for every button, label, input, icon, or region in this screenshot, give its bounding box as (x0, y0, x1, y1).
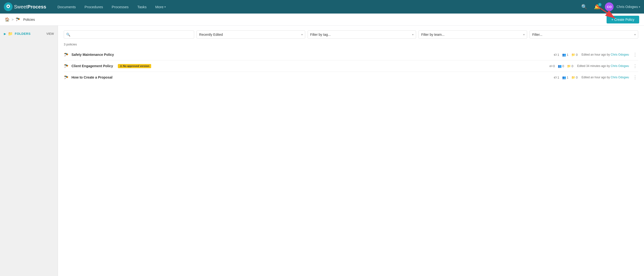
policies-list: 🪂 Safety Maintenance Policy 🏷 1 👥 1 (64, 49, 638, 83)
folder-stat-icon: 📁 (567, 64, 571, 68)
tag-icon: 🏷 (554, 76, 557, 79)
policy-edit-info: Edited 34 minutes ago by Chris Odogwu (577, 64, 629, 68)
filter-wrap: Filter... ▾ (530, 31, 638, 39)
policies-breadcrumb-icon: 🪂 (16, 17, 20, 22)
policy-icon: 🪂 (64, 75, 68, 80)
filters-bar: 🔍 Recently Edited Alphabetical Recently … (64, 31, 638, 39)
policy-options-button[interactable]: ⋮ (632, 75, 638, 80)
breadcrumb-current-page: Policies (23, 18, 35, 22)
brand-icon (4, 3, 12, 11)
policy-stats: 🏷 1 👥 1 📁 0 (554, 76, 578, 79)
folders-stat: 📁 0 (571, 53, 578, 57)
table-row: 🪂 Safety Maintenance Policy 🏷 1 👥 1 (64, 49, 638, 60)
nav-tasks[interactable]: Tasks (133, 0, 151, 14)
members-icon: 👥 (558, 64, 562, 68)
folder-stat-icon: 📁 (571, 76, 575, 79)
members-stat: 👥 0 (558, 64, 564, 68)
nav-right-area: 🔍 🔔 1 CO Chris Odogwu ▾ (579, 3, 640, 11)
edit-user-link[interactable]: Chris Odogwu (611, 53, 629, 56)
policy-meta: 🏷 1 👥 1 📁 0 Edited an hour a (554, 53, 629, 57)
tag-filter-wrap: Filter by tag... ▾ (308, 31, 416, 39)
tag-icon: 🏷 (549, 64, 552, 68)
avatar[interactable]: CO (605, 3, 614, 11)
sidebar-folders[interactable]: ▶ 📁 FOLDERS VIEW (0, 30, 58, 38)
nav-more[interactable]: More ▾ (151, 0, 170, 14)
policy-edit-info: Edited an hour ago by Chris Odogwu (582, 53, 629, 56)
search-wrap: 🔍 (64, 31, 194, 39)
user-chevron-icon: ▾ (639, 6, 640, 8)
search-button[interactable]: 🔍 (579, 3, 589, 11)
policy-options-button[interactable]: ⋮ (632, 52, 638, 57)
policy-name[interactable]: Client Engagement Policy (72, 64, 113, 68)
folders-label: FOLDERS (15, 32, 44, 36)
table-row: 🪂 Client Engagement Policy ⚠ No approved… (64, 60, 638, 72)
no-approved-badge: ⚠ No approved version (118, 64, 151, 68)
tag-icon: 🏷 (554, 53, 557, 57)
notification-badge: 1 (598, 3, 602, 6)
team-filter-select[interactable]: Filter by team... (418, 31, 527, 39)
folders-stat: 📁 0 (571, 76, 578, 79)
policy-meta: 🏷 1 👥 1 📁 0 Edited an hour a (554, 76, 629, 79)
brand-logo-area[interactable]: SweetProcess (4, 3, 47, 11)
policy-meta: 🏷 0 👥 0 📁 0 Edited 34 minute (549, 64, 629, 68)
sort-select-wrap: Recently Edited Alphabetical Recently Cr… (196, 31, 305, 39)
sidebar: ▶ 📁 FOLDERS VIEW (0, 26, 58, 276)
policy-name[interactable]: How to Create a Proposal (72, 75, 112, 79)
search-input-icon: 🔍 (66, 33, 70, 37)
edit-user-link[interactable]: Chris Odogwu (611, 64, 629, 68)
sort-select[interactable]: Recently Edited Alphabetical Recently Cr… (196, 31, 305, 39)
create-policy-button[interactable]: + Create Policy (606, 16, 639, 24)
breadcrumb: 🏠 > 🪂 Policies (5, 17, 35, 22)
tag-filter-select[interactable]: Filter by tag... (308, 31, 416, 39)
view-link[interactable]: VIEW (46, 32, 54, 36)
folders-stat: 📁 0 (567, 64, 573, 68)
home-icon[interactable]: 🏠 (5, 17, 10, 22)
breadcrumb-bar: 🏠 > 🪂 Policies + Create Policy (0, 14, 644, 26)
notifications-button[interactable]: 🔔 1 (592, 3, 602, 11)
team-filter-wrap: Filter by team... ▾ (418, 31, 527, 39)
tags-stat: 🏷 1 (554, 53, 559, 57)
policy-edit-info: Edited an hour ago by Chris Odogwu (582, 76, 629, 79)
brand-text: SweetProcess (14, 4, 46, 10)
nav-documents[interactable]: Documents (53, 0, 80, 14)
user-name-button[interactable]: Chris Odogwu ▾ (616, 5, 640, 9)
content-area: 🔍 Recently Edited Alphabetical Recently … (58, 26, 644, 276)
search-icon: 🔍 (581, 4, 587, 10)
chevron-right-icon: ▶ (4, 32, 6, 36)
nav-procedures[interactable]: Procedures (80, 0, 108, 14)
edit-user-link[interactable]: Chris Odogwu (611, 76, 629, 79)
members-icon: 👥 (562, 53, 566, 57)
nav-processes[interactable]: Processes (108, 0, 133, 14)
navbar: SweetProcess Documents Procedures Proces… (0, 0, 644, 14)
policy-name[interactable]: Safety Maintenance Policy (72, 53, 114, 57)
policy-icon: 🪂 (64, 64, 68, 68)
search-input[interactable] (64, 31, 194, 39)
members-icon: 👥 (562, 76, 566, 79)
more-chevron-icon: ▾ (164, 6, 166, 8)
svg-point-0 (8, 6, 9, 7)
policy-icon: 🪂 (64, 53, 68, 57)
folder-stat-icon: 📁 (571, 53, 575, 57)
folder-icon: 📁 (8, 32, 13, 36)
nav-menu: Documents Procedures Processes Tasks Mor… (53, 0, 579, 14)
tags-stat: 🏷 1 (554, 76, 559, 79)
policies-count: 3 policies (64, 43, 638, 46)
table-row: 🪂 How to Create a Proposal 🏷 1 👥 1 (64, 72, 638, 83)
members-stat: 👥 1 (562, 76, 568, 79)
policy-stats: 🏷 1 👥 1 📁 0 (554, 53, 578, 57)
policy-stats: 🏷 0 👥 0 📁 0 (549, 64, 574, 68)
policy-options-button[interactable]: ⋮ (632, 63, 638, 69)
main-layout: ▶ 📁 FOLDERS VIEW 🔍 Recently Edited Alpha… (0, 26, 644, 276)
tags-stat: 🏷 0 (549, 64, 555, 68)
filter-select[interactable]: Filter... (530, 31, 638, 39)
members-stat: 👥 1 (562, 53, 568, 57)
breadcrumb-separator: > (12, 18, 14, 22)
